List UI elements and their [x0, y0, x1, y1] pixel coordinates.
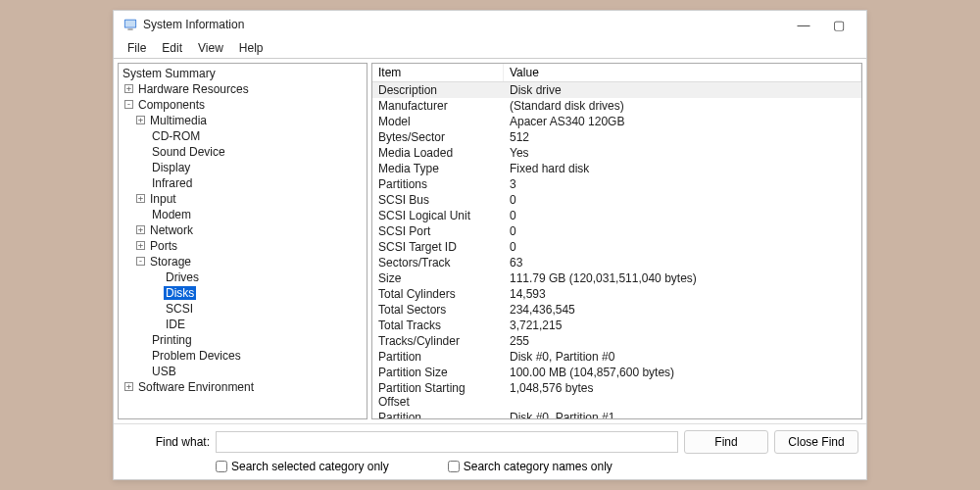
expand-icon[interactable]: + — [136, 225, 145, 234]
table-row[interactable]: Total Cylinders14,593 — [372, 286, 861, 302]
table-row[interactable]: Manufacturer(Standard disk drives) — [372, 98, 861, 114]
minimize-button[interactable]: — — [786, 13, 821, 36]
svg-rect-2 — [127, 28, 132, 29]
table-row[interactable]: Bytes/Sector512 — [372, 129, 861, 145]
table-row[interactable]: SCSI Logical Unit0 — [372, 208, 861, 223]
cell-item: Partition — [372, 410, 504, 418]
tree-multimedia[interactable]: Multimedia — [148, 114, 209, 127]
cell-item: SCSI Target ID — [372, 239, 504, 255]
tree-printing[interactable]: Printing — [150, 333, 194, 347]
expand-icon[interactable]: + — [124, 84, 133, 93]
cell-item: Description — [372, 82, 504, 98]
menu-edit[interactable]: Edit — [156, 39, 188, 57]
cell-item: Partitions — [372, 176, 504, 192]
table-row[interactable]: SCSI Bus0 — [372, 192, 861, 208]
cell-value: Apacer AS340 120GB — [504, 114, 861, 129]
detail-pane: Item Value DescriptionDisk driveManufact… — [371, 63, 862, 419]
table-row[interactable]: Partition Size100.00 MB (104,857,600 byt… — [372, 365, 861, 380]
cell-item: Manufacturer — [372, 98, 504, 114]
tree-hardware-resources[interactable]: Hardware Resources — [136, 82, 251, 96]
tree-ide[interactable]: IDE — [164, 318, 187, 331]
menubar: File Edit View Help — [114, 38, 866, 58]
close-find-button[interactable]: Close Find — [774, 430, 858, 454]
find-bar: Find what: Find Close Find Search select… — [114, 423, 866, 479]
table-row[interactable]: ModelApacer AS340 120GB — [372, 114, 861, 129]
cell-value: 0 — [504, 208, 861, 223]
expand-icon[interactable]: + — [136, 241, 145, 250]
find-input[interactable] — [216, 431, 678, 453]
cell-value: 14,593 — [504, 286, 861, 302]
tree-network[interactable]: Network — [148, 223, 195, 237]
table-row[interactable]: SCSI Target ID0 — [372, 239, 861, 255]
menu-help[interactable]: Help — [233, 39, 270, 57]
chk-names-only-box[interactable] — [448, 461, 460, 472]
tree-infrared[interactable]: Infrared — [150, 176, 194, 190]
cell-item: Partition Starting Offset — [372, 380, 504, 410]
tree-input[interactable]: Input — [148, 192, 178, 206]
table-row[interactable]: PartitionDisk #0, Partition #1 — [372, 410, 861, 418]
cell-item: Partition Size — [372, 365, 504, 380]
chk-selected-only-box[interactable] — [216, 461, 227, 472]
tree-components[interactable]: Components — [136, 98, 207, 112]
table-row[interactable]: Total Sectors234,436,545 — [372, 302, 861, 318]
titlebar: System Information — ▢ — [114, 11, 866, 38]
table-row[interactable]: Tracks/Cylinder255 — [372, 333, 861, 349]
cell-value: 0 — [504, 223, 861, 239]
cell-item: Size — [372, 270, 504, 286]
table-row[interactable]: Media LoadedYes — [372, 145, 861, 161]
window-title: System Information — [143, 18, 244, 31]
table-row[interactable]: DescriptionDisk drive — [372, 82, 861, 98]
cell-value: 100.00 MB (104,857,600 bytes) — [504, 365, 861, 380]
collapse-icon[interactable]: - — [136, 257, 145, 266]
tree-system-summary[interactable]: System Summary — [121, 67, 218, 80]
cell-value: 111.79 GB (120,031,511,040 bytes) — [504, 270, 861, 286]
content-area: System Summary +Hardware Resources -Comp… — [114, 58, 866, 423]
cell-item: Partition — [372, 349, 504, 365]
tree-ports[interactable]: Ports — [148, 239, 179, 253]
cell-item: Total Sectors — [372, 302, 504, 318]
table-row[interactable]: Partition Starting Offset1,048,576 bytes — [372, 380, 861, 410]
menu-view[interactable]: View — [192, 39, 229, 57]
app-icon — [123, 18, 137, 31]
menu-file[interactable]: File — [122, 39, 152, 57]
cell-value: 1,048,576 bytes — [504, 380, 861, 410]
cell-value: Yes — [504, 145, 861, 161]
table-row[interactable]: Total Tracks3,721,215 — [372, 318, 861, 333]
tree-disks[interactable]: Disks — [164, 286, 196, 300]
table-row[interactable]: PartitionDisk #0, Partition #0 — [372, 349, 861, 365]
maximize-button[interactable]: ▢ — [821, 13, 857, 36]
expand-icon[interactable]: + — [124, 382, 133, 391]
cell-item: SCSI Logical Unit — [372, 208, 504, 223]
tree-problem[interactable]: Problem Devices — [150, 349, 243, 363]
tree-sound[interactable]: Sound Device — [150, 145, 227, 159]
expand-icon[interactable]: + — [136, 116, 145, 124]
tree-cdrom[interactable]: CD-ROM — [150, 129, 202, 143]
category-tree[interactable]: System Summary +Hardware Resources -Comp… — [118, 63, 368, 419]
cell-item: Total Cylinders — [372, 286, 504, 302]
collapse-icon[interactable]: - — [124, 100, 133, 109]
find-label: Find what: — [122, 435, 210, 449]
chk-selected-only[interactable]: Search selected category only — [216, 460, 389, 473]
header-value[interactable]: Value — [504, 64, 861, 81]
tree-software[interactable]: Software Environment — [136, 380, 256, 394]
table-row[interactable]: Partitions3 — [372, 176, 861, 192]
header-item[interactable]: Item — [372, 64, 504, 81]
table-row[interactable]: Media TypeFixed hard disk — [372, 161, 861, 176]
tree-scsi[interactable]: SCSI — [164, 302, 195, 316]
table-header: Item Value — [372, 64, 861, 82]
tree-usb[interactable]: USB — [150, 365, 178, 378]
cell-item: Sectors/Track — [372, 255, 504, 270]
cell-value: 0 — [504, 192, 861, 208]
tree-storage[interactable]: Storage — [148, 255, 193, 269]
table-row[interactable]: SCSI Port0 — [372, 223, 861, 239]
cell-value: Disk #0, Partition #1 — [504, 410, 861, 418]
chk-names-only[interactable]: Search category names only — [448, 460, 612, 473]
table-row[interactable]: Size111.79 GB (120,031,511,040 bytes) — [372, 270, 861, 286]
table-row[interactable]: Sectors/Track63 — [372, 255, 861, 270]
table-body[interactable]: DescriptionDisk driveManufacturer(Standa… — [372, 82, 861, 418]
expand-icon[interactable]: + — [136, 194, 145, 203]
find-button[interactable]: Find — [684, 430, 768, 454]
tree-display[interactable]: Display — [150, 161, 192, 174]
tree-drives[interactable]: Drives — [164, 270, 201, 284]
tree-modem[interactable]: Modem — [150, 208, 193, 221]
